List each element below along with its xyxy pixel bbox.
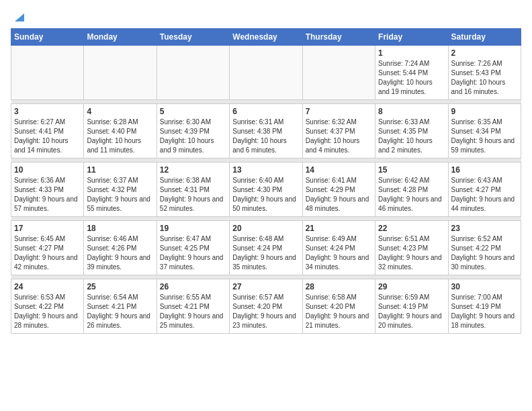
- day-number: 26: [160, 282, 226, 291]
- calendar-cell: 3Sunrise: 6:27 AM Sunset: 4:41 PM Daylig…: [11, 104, 84, 158]
- weekday-header-sunday: Sunday: [11, 29, 84, 46]
- calendar-cell: 18Sunrise: 6:46 AM Sunset: 4:26 PM Dayli…: [84, 221, 157, 275]
- cell-info: Sunrise: 6:51 AM Sunset: 4:23 PM Dayligh…: [378, 234, 445, 272]
- calendar-cell: [230, 46, 302, 100]
- weekday-header-thursday: Thursday: [302, 29, 375, 46]
- cell-info: Sunrise: 6:36 AM Sunset: 4:33 PM Dayligh…: [14, 176, 81, 214]
- cell-info: Sunrise: 6:49 AM Sunset: 4:24 PM Dayligh…: [306, 234, 372, 272]
- calendar-cell: 9Sunrise: 6:35 AM Sunset: 4:34 PM Daylig…: [448, 104, 521, 158]
- weekday-header-tuesday: Tuesday: [157, 29, 229, 46]
- calendar-table: SundayMondayTuesdayWednesdayThursdayFrid…: [11, 28, 521, 334]
- day-number: 18: [87, 224, 153, 233]
- day-number: 29: [378, 282, 445, 291]
- cell-info: Sunrise: 6:54 AM Sunset: 4:21 PM Dayligh…: [87, 293, 153, 330]
- cell-info: Sunrise: 6:31 AM Sunset: 4:38 PM Dayligh…: [232, 118, 299, 155]
- cell-info: Sunrise: 6:38 AM Sunset: 4:31 PM Dayligh…: [160, 176, 226, 214]
- calendar-cell: 28Sunrise: 6:58 AM Sunset: 4:20 PM Dayli…: [302, 279, 375, 334]
- cell-info: Sunrise: 6:45 AM Sunset: 4:27 PM Dayligh…: [14, 234, 81, 272]
- cell-info: Sunrise: 6:55 AM Sunset: 4:21 PM Dayligh…: [160, 293, 226, 330]
- calendar-cell: 6Sunrise: 6:31 AM Sunset: 4:38 PM Daylig…: [230, 104, 302, 158]
- day-number: 23: [451, 224, 518, 233]
- cell-info: Sunrise: 7:26 AM Sunset: 5:43 PM Dayligh…: [451, 59, 518, 97]
- day-number: 3: [14, 107, 81, 116]
- cell-info: Sunrise: 6:47 AM Sunset: 4:25 PM Dayligh…: [160, 234, 226, 272]
- calendar-cell: 21Sunrise: 6:49 AM Sunset: 4:24 PM Dayli…: [302, 221, 375, 275]
- cell-info: Sunrise: 6:58 AM Sunset: 4:20 PM Dayligh…: [306, 293, 372, 330]
- day-number: 24: [14, 282, 81, 291]
- calendar-cell: 4Sunrise: 6:28 AM Sunset: 4:40 PM Daylig…: [84, 104, 157, 158]
- day-number: 9: [451, 107, 518, 116]
- logo-row: [11, 11, 24, 23]
- calendar-cell: [11, 46, 84, 100]
- calendar-cell: [84, 46, 157, 100]
- calendar-cell: 15Sunrise: 6:42 AM Sunset: 4:28 PM Dayli…: [375, 163, 448, 217]
- week-row-4: 17Sunrise: 6:45 AM Sunset: 4:27 PM Dayli…: [11, 221, 521, 275]
- day-number: 1: [378, 48, 445, 58]
- svg-marker-0: [15, 13, 24, 21]
- week-row-3: 10Sunrise: 6:36 AM Sunset: 4:33 PM Dayli…: [11, 163, 521, 217]
- weekday-header-wednesday: Wednesday: [230, 29, 302, 46]
- day-number: 16: [451, 165, 518, 175]
- calendar-cell: 19Sunrise: 6:47 AM Sunset: 4:25 PM Dayli…: [157, 221, 229, 275]
- calendar-cell: 5Sunrise: 6:30 AM Sunset: 4:39 PM Daylig…: [157, 104, 229, 158]
- cell-info: Sunrise: 7:00 AM Sunset: 4:19 PM Dayligh…: [451, 293, 518, 330]
- cell-info: Sunrise: 6:52 AM Sunset: 4:22 PM Dayligh…: [451, 234, 518, 272]
- day-number: 30: [451, 282, 518, 291]
- header-area: [11, 11, 521, 23]
- cell-info: Sunrise: 6:30 AM Sunset: 4:39 PM Dayligh…: [160, 118, 226, 155]
- calendar-cell: 30Sunrise: 7:00 AM Sunset: 4:19 PM Dayli…: [448, 279, 521, 334]
- calendar-cell: 12Sunrise: 6:38 AM Sunset: 4:31 PM Dayli…: [157, 163, 229, 217]
- day-number: 4: [87, 107, 153, 116]
- day-number: 25: [87, 282, 153, 291]
- day-number: 20: [232, 224, 299, 233]
- day-number: 21: [306, 224, 372, 233]
- day-number: 6: [232, 107, 299, 116]
- cell-info: Sunrise: 6:33 AM Sunset: 4:35 PM Dayligh…: [378, 118, 445, 155]
- weekday-header-row: SundayMondayTuesdayWednesdayThursdayFrid…: [11, 29, 521, 46]
- cell-info: Sunrise: 6:37 AM Sunset: 4:32 PM Dayligh…: [87, 176, 153, 214]
- page-wrapper: SundayMondayTuesdayWednesdayThursdayFrid…: [11, 11, 521, 334]
- logo-triangle-icon: [12, 11, 24, 23]
- calendar-cell: 22Sunrise: 6:51 AM Sunset: 4:23 PM Dayli…: [375, 221, 448, 275]
- day-number: 12: [160, 165, 226, 175]
- week-row-2: 3Sunrise: 6:27 AM Sunset: 4:41 PM Daylig…: [11, 104, 521, 158]
- day-number: 8: [378, 107, 445, 116]
- calendar-cell: 23Sunrise: 6:52 AM Sunset: 4:22 PM Dayli…: [448, 221, 521, 275]
- calendar-cell: [157, 46, 229, 100]
- calendar-cell: 13Sunrise: 6:40 AM Sunset: 4:30 PM Dayli…: [230, 163, 302, 217]
- calendar-cell: 25Sunrise: 6:54 AM Sunset: 4:21 PM Dayli…: [84, 279, 157, 334]
- week-row-1: 1Sunrise: 7:24 AM Sunset: 5:44 PM Daylig…: [11, 46, 521, 100]
- calendar-cell: 2Sunrise: 7:26 AM Sunset: 5:43 PM Daylig…: [448, 46, 521, 100]
- cell-info: Sunrise: 6:53 AM Sunset: 4:22 PM Dayligh…: [14, 293, 81, 330]
- cell-info: Sunrise: 6:43 AM Sunset: 4:27 PM Dayligh…: [451, 176, 518, 214]
- cell-info: Sunrise: 6:59 AM Sunset: 4:19 PM Dayligh…: [378, 293, 445, 330]
- day-number: 10: [14, 165, 81, 175]
- day-number: 5: [160, 107, 226, 116]
- weekday-header-friday: Friday: [375, 29, 448, 46]
- cell-info: Sunrise: 6:40 AM Sunset: 4:30 PM Dayligh…: [232, 176, 299, 214]
- day-number: 27: [232, 282, 299, 291]
- cell-info: Sunrise: 6:28 AM Sunset: 4:40 PM Dayligh…: [87, 118, 153, 155]
- calendar-cell: 29Sunrise: 6:59 AM Sunset: 4:19 PM Dayli…: [375, 279, 448, 334]
- calendar-cell: [302, 46, 375, 100]
- cell-info: Sunrise: 7:24 AM Sunset: 5:44 PM Dayligh…: [378, 59, 445, 97]
- calendar-cell: 16Sunrise: 6:43 AM Sunset: 4:27 PM Dayli…: [448, 163, 521, 217]
- calendar-cell: 8Sunrise: 6:33 AM Sunset: 4:35 PM Daylig…: [375, 104, 448, 158]
- week-row-5: 24Sunrise: 6:53 AM Sunset: 4:22 PM Dayli…: [11, 279, 521, 334]
- day-number: 11: [87, 165, 153, 175]
- day-number: 15: [378, 165, 445, 175]
- day-number: 7: [306, 107, 372, 116]
- calendar-cell: 7Sunrise: 6:32 AM Sunset: 4:37 PM Daylig…: [302, 104, 375, 158]
- day-number: 14: [306, 165, 372, 175]
- cell-info: Sunrise: 6:48 AM Sunset: 4:24 PM Dayligh…: [232, 234, 299, 272]
- calendar-cell: 1Sunrise: 7:24 AM Sunset: 5:44 PM Daylig…: [375, 46, 448, 100]
- calendar-cell: 24Sunrise: 6:53 AM Sunset: 4:22 PM Dayli…: [11, 279, 84, 334]
- calendar-cell: 20Sunrise: 6:48 AM Sunset: 4:24 PM Dayli…: [230, 221, 302, 275]
- day-number: 28: [306, 282, 372, 291]
- cell-info: Sunrise: 6:41 AM Sunset: 4:29 PM Dayligh…: [306, 176, 372, 214]
- day-number: 13: [232, 165, 299, 175]
- cell-info: Sunrise: 6:57 AM Sunset: 4:20 PM Dayligh…: [232, 293, 299, 330]
- weekday-header-saturday: Saturday: [448, 29, 521, 46]
- calendar-cell: 17Sunrise: 6:45 AM Sunset: 4:27 PM Dayli…: [11, 221, 84, 275]
- calendar-cell: 10Sunrise: 6:36 AM Sunset: 4:33 PM Dayli…: [11, 163, 84, 217]
